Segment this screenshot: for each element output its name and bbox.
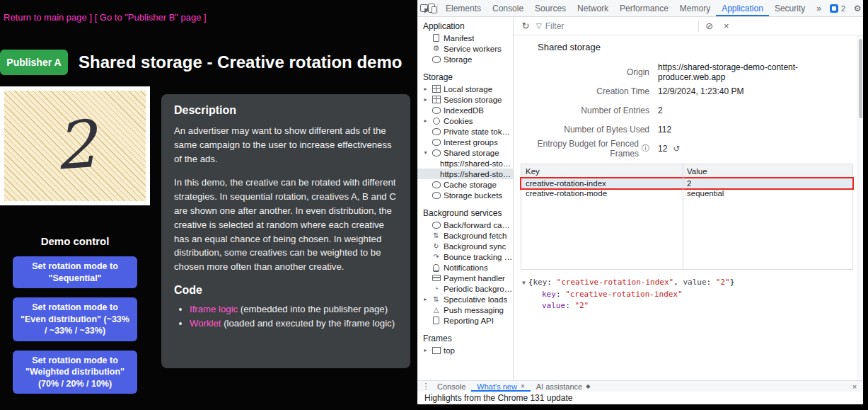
sidebar-item-background-fetch[interactable]: Background fetch — [417, 230, 513, 241]
sidebar-item-session-storage[interactable]: ▸ Session storage — [417, 94, 513, 105]
database-icon — [432, 190, 441, 200]
sidebar-item-indexeddb[interactable]: IndexedDB — [417, 105, 513, 115]
push-icon — [432, 305, 441, 314]
set-weighted-distribution-button[interactable]: Set rotation mode to "Weighted distribut… — [13, 351, 137, 394]
sidebar-item-bounce-tracking[interactable]: Bounce tracking miti… — [417, 251, 513, 262]
sidebar-item-shared-storage-origin-2[interactable]: https://shared-storage… — [417, 169, 513, 179]
device-toolbar-icon[interactable] — [428, 0, 435, 16]
sidebar-item-push-messaging[interactable]: Push messaging — [417, 304, 513, 315]
tab-network[interactable]: Network — [572, 0, 614, 16]
more-tabs-icon[interactable]: » — [811, 0, 827, 16]
sidebar-item-periodic-background-sync[interactable]: Periodic backgroun… — [417, 283, 513, 294]
expand-caret-icon[interactable]: ▼ — [522, 279, 526, 287]
sidebar-item-notifications[interactable]: Notifications — [417, 262, 513, 273]
vertical-scrollbar[interactable] — [857, 35, 863, 380]
info-icon[interactable]: ⓘ — [642, 143, 649, 154]
iframe-logic-link[interactable]: Iframe logic — [190, 304, 238, 314]
list-item: Worklet (loaded and executed by the ifra… — [190, 317, 398, 331]
issues-badge[interactable]: 2 — [827, 4, 848, 13]
tab-application[interactable]: Application — [716, 0, 769, 16]
divider — [437, 4, 438, 13]
preview-summary-line: ▼ {key: "creative-rotation-index", value… — [522, 277, 853, 289]
drawer-tab-whats-new[interactable]: What's new × — [471, 381, 530, 392]
refresh-icon[interactable]: ↻ — [519, 21, 532, 31]
sidebar-item-background-sync[interactable]: Background sync — [417, 241, 513, 251]
drawer-menu-icon[interactable]: ⋮ — [420, 382, 432, 391]
settings-gear-icon[interactable]: ⚙ — [850, 4, 865, 13]
sidebar-item-reporting-api[interactable]: Reporting API — [417, 315, 513, 326]
demo-control-title: Demo control — [0, 235, 150, 247]
set-even-distribution-button[interactable]: Set rotation mode to "Even distribution"… — [13, 297, 137, 341]
sidebar-item-manifest[interactable]: Manifest — [417, 33, 513, 43]
column-divider[interactable] — [683, 164, 683, 269]
disclosure-arrow[interactable]: ▸ — [422, 86, 429, 92]
panel-toolbar: ↻ ▽ ⊘ × — [514, 17, 863, 35]
sidebar-item-shared-storage-origin-1[interactable]: https://shared-storage… — [417, 158, 513, 169]
application-sidebar: Application Manifest Service workers Sto… — [417, 17, 514, 380]
close-drawer-icon[interactable]: × — [849, 382, 860, 391]
document-icon — [432, 316, 441, 325]
sync-icon — [432, 241, 441, 251]
delete-all-icon[interactable]: ⊘ — [703, 21, 716, 31]
meta-label: Number of Entries — [521, 101, 649, 120]
filter-input[interactable] — [545, 21, 673, 31]
column-header-key[interactable]: Key — [521, 167, 683, 176]
sidebar-item-speculative-loads[interactable]: ▸ Speculative loads — [417, 294, 513, 304]
disclosure-arrow[interactable]: ▸ — [422, 96, 429, 103]
key-cell: creative-rotation-mode — [521, 189, 683, 198]
divider — [698, 21, 699, 32]
tab-memory[interactable]: Memory — [674, 0, 716, 16]
scrollbar-thumb[interactable] — [859, 39, 862, 118]
sidebar-item-service-workers[interactable]: Service workers — [417, 43, 513, 54]
disclosure-arrow[interactable]: ▸ — [422, 347, 429, 353]
key-cell: creative-rotation-index — [521, 179, 683, 188]
set-sequential-button[interactable]: Set rotation mode to "Sequential" — [13, 256, 137, 288]
disclosure-arrow[interactable]: ▸ — [422, 118, 429, 124]
sidebar-item-local-storage[interactable]: ▸ Local storage — [417, 84, 513, 94]
metadata-grid: Origin https://shared-storage-demo-conte… — [521, 62, 853, 158]
reset-budget-icon[interactable]: ↺ — [673, 144, 680, 154]
worklet-link[interactable]: Worklet — [190, 318, 221, 329]
tab-sources[interactable]: Sources — [529, 0, 572, 16]
drawer-tabbar: ⋮ Console What's new × AI assistance ◆ × — [417, 380, 863, 392]
sidebar-item-top-frame[interactable]: ▸ top — [417, 345, 513, 355]
value-cell: 2 — [683, 179, 691, 188]
tab-security[interactable]: Security — [769, 0, 811, 16]
meta-label: Entropy Budget for Fenced Frames ⓘ — [521, 139, 649, 158]
sidebar-item-shared-storage[interactable]: ▾ Shared storage — [417, 147, 513, 158]
inspect-icon[interactable] — [420, 0, 428, 16]
sidebar-item-label: Local storage — [444, 85, 492, 93]
tab-elements[interactable]: Elements — [440, 0, 487, 16]
disclosure-arrow[interactable]: ▾ — [422, 149, 429, 156]
clock-icon — [432, 284, 441, 293]
sidebar-item-label: Session storage — [444, 96, 502, 104]
value-cell: sequential — [683, 189, 724, 198]
page-title: Shared storage - Creative rotation demo — [79, 52, 402, 72]
disclosure-arrow[interactable]: ▸ — [422, 296, 429, 302]
sidebar-item-payment-handler[interactable]: Payment handler — [417, 273, 513, 283]
sidebar-item-storage[interactable]: Storage — [417, 54, 513, 64]
sidebar-item-cookies[interactable]: ▸ Cookies — [417, 115, 513, 126]
drawer-tab-console[interactable]: Console — [432, 381, 471, 392]
list-item-text: (loaded and executed by the iframe logic… — [221, 318, 395, 329]
sidebar-item-label: Interest groups — [444, 138, 498, 147]
sidebar-item-storage-buckets[interactable]: Storage buckets — [417, 190, 513, 200]
sidebar-item-label: Notifications — [444, 263, 488, 272]
table-icon — [432, 95, 441, 104]
table-row[interactable]: creative-rotation-index 2 — [521, 178, 852, 188]
database-icon — [432, 106, 441, 115]
page-nav-links[interactable]: Return to main page ] [ Go to "Publisher… — [4, 12, 207, 23]
drawer-tab-ai-assistance[interactable]: AI assistance ◆ — [531, 381, 596, 392]
sidebar-item-cache-storage[interactable]: Cache storage — [417, 179, 513, 190]
column-header-value[interactable]: Value — [683, 167, 707, 176]
sidebar-item-interest-groups[interactable]: Interest groups — [417, 137, 513, 147]
sidebar-item-private-state-tokens[interactable]: Private state tokens — [417, 126, 513, 137]
tab-console[interactable]: Console — [487, 0, 529, 16]
clear-icon[interactable]: × — [720, 21, 733, 31]
tab-performance[interactable]: Performance — [614, 0, 674, 16]
meta-label: Creation Time — [521, 81, 649, 101]
sidebar-item-back-forward-cache[interactable]: Back/forward cache — [417, 220, 513, 230]
sidebar-item-label: Storage buckets — [444, 191, 502, 200]
close-tab-icon[interactable]: × — [521, 382, 525, 390]
table-row[interactable]: creative-rotation-mode sequential — [521, 188, 852, 198]
